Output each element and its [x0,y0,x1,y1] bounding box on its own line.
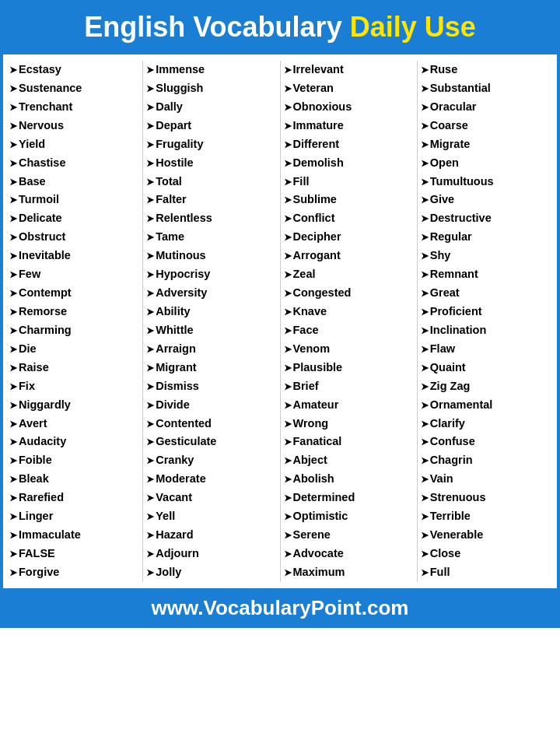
vocab-word: Delicate [9,209,139,228]
vocab-word: Wrong [284,415,414,433]
vocab-word: Terrible [421,507,551,526]
vocab-word: Abolish [284,470,414,489]
vocab-word: Hypocrisy [146,265,276,284]
vocab-column-3: IrrelevantVeteranObnoxiousImmatureDiffer… [281,61,418,582]
vocab-word: Congested [284,284,414,303]
vocab-word: Jolly [146,563,276,582]
vocab-word: Yield [9,135,139,154]
vocab-word: Decipher [284,228,414,247]
vocab-word: Die [9,340,139,359]
vocab-word: Niggardly [9,396,139,415]
vocab-column-2: ImmenseSluggishDallyDepartFrugalityHosti… [143,61,280,582]
vocab-word: Shy [421,247,551,265]
vocab-word: Ornamental [421,396,551,415]
vocab-word: Flaw [421,340,551,359]
vocab-word: Give [421,191,551,209]
vocab-word: Avert [9,415,139,433]
vocab-word: Sustenance [9,79,139,98]
vocab-word: Cranky [146,451,276,470]
vocab-word: Regular [421,228,551,247]
vocab-word: FALSE [9,545,139,563]
vocab-word: Inclination [421,321,551,340]
vocab-word: Trenchant [9,98,139,117]
vocab-word: Hazard [146,526,276,545]
vocab-column-4: RuseSubstantialOracularCoarseMigrateOpen… [418,61,554,582]
vocab-word: Abject [284,451,414,470]
vocab-word: Vain [421,470,551,489]
vocab-column-1: EcstasySustenanceTrenchantNervousYieldCh… [6,61,143,582]
vocab-word: Oracular [421,98,551,117]
vocab-word: Adversity [146,284,276,303]
vocab-word: Fill [284,173,414,191]
vocab-word: Frugality [146,135,276,154]
vocab-word: Tumultuous [421,173,551,191]
vocab-word: Fix [9,377,139,396]
vocab-word: Moderate [146,470,276,489]
vocab-word: Remorse [9,303,139,321]
vocab-word: Brief [284,377,414,396]
vocab-word: Whittle [146,321,276,340]
vocab-word: Venom [284,340,414,359]
vocab-word: Great [421,284,551,303]
vocab-word: Hostile [146,154,276,173]
vocab-word: Mutinous [146,247,276,265]
vocab-word: Adjourn [146,545,276,563]
vocab-word: Obnoxious [284,98,414,117]
vocab-word: Determined [284,489,414,507]
vocab-word: Sublime [284,191,414,209]
vocab-word: Tame [146,228,276,247]
vocab-word: Close [421,545,551,563]
vocab-word: Chastise [9,154,139,173]
vocab-word: Dally [146,98,276,117]
vocab-word: Ruse [421,61,551,79]
vocab-word: Immaculate [9,526,139,545]
vocab-word: Full [421,563,551,582]
vocab-word: Zig Zag [421,377,551,396]
vocab-word: Relentless [146,209,276,228]
vocab-word: Immature [284,117,414,135]
vocab-word: Coarse [421,117,551,135]
vocab-word: Gesticulate [146,433,276,451]
vocab-word: Total [146,173,276,191]
vocab-word: Serene [284,526,414,545]
vocabulary-content: EcstasySustenanceTrenchantNervousYieldCh… [0,54,560,588]
vocab-word: Remnant [421,265,551,284]
vocab-word: Irrelevant [284,61,414,79]
vocab-word: Immense [146,61,276,79]
vocab-word: Falter [146,191,276,209]
vocab-word: Bleak [9,470,139,489]
vocab-word: Dismiss [146,377,276,396]
vocab-word: Destructive [421,209,551,228]
vocab-word: Different [284,135,414,154]
vocab-word: Advocate [284,545,414,563]
vocab-word: Strenuous [421,489,551,507]
vocab-word: Arrogant [284,247,414,265]
vocab-word: Audacity [9,433,139,451]
vocab-word: Linger [9,507,139,526]
vocab-word: Face [284,321,414,340]
vocab-word: Quaint [421,359,551,377]
vocab-word: Open [421,154,551,173]
vocab-word: Proficient [421,303,551,321]
vocab-word: Substantial [421,79,551,98]
vocab-word: Charming [9,321,139,340]
vocab-word: Plausible [284,359,414,377]
vocab-word: Divide [146,396,276,415]
vocab-word: Rarefied [9,489,139,507]
vocab-word: Contempt [9,284,139,303]
vocab-word: Confuse [421,433,551,451]
vocab-word: Zeal [284,265,414,284]
vocab-word: Demolish [284,154,414,173]
vocab-word: Amateur [284,396,414,415]
page-footer: www.VocabularyPoint.com [0,588,560,628]
page-header: English Vocabulary Daily Use [0,0,560,54]
vocab-word: Raise [9,359,139,377]
vocab-word: Yell [146,507,276,526]
vocab-word: Inevitable [9,247,139,265]
vocab-word: Turmoil [9,191,139,209]
vocab-word: Ecstasy [9,61,139,79]
vocab-word: Conflict [284,209,414,228]
vocab-word: Base [9,173,139,191]
footer-url: www.VocabularyPoint.com [16,596,544,620]
vocab-word: Few [9,265,139,284]
